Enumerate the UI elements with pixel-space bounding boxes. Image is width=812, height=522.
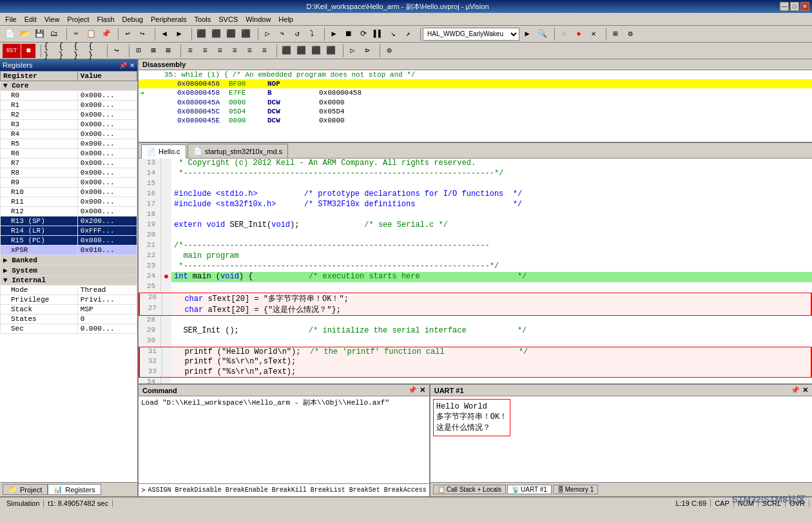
reg-row: R10x000... (1, 101, 137, 110)
menu-peripherals[interactable]: Peripherals (147, 14, 191, 24)
menu-view[interactable]: View (41, 14, 64, 24)
settings-btn[interactable]: ⚙ (623, 27, 637, 41)
func5-btn[interactable]: ↘ (386, 27, 400, 41)
registers-close[interactable]: ✕ (130, 62, 135, 69)
bp-btn[interactable]: ⬛ (194, 27, 208, 41)
func4-btn[interactable]: ▌▌ (371, 27, 385, 41)
t3[interactable]: { } (73, 44, 87, 58)
debug2-btn[interactable]: ↷ (275, 27, 289, 41)
menu-file[interactable]: File (1, 14, 21, 24)
tab-memory1[interactable]: 🗄 Memory 1 (553, 485, 598, 494)
line-content: *---------------------------------------… (171, 262, 812, 272)
stop2-btn[interactable]: ■ (21, 44, 35, 58)
save-btn[interactable]: 💾 (32, 27, 46, 41)
func3-btn[interactable]: ⟳ (356, 27, 371, 41)
cut-btn[interactable]: ✂ (69, 27, 83, 41)
t6[interactable]: ⊡ (131, 44, 146, 58)
pin-icon[interactable]: 📌 (119, 62, 127, 69)
tab-registers[interactable]: 📊 Registers (48, 484, 101, 495)
menu-debug[interactable]: Debug (119, 14, 147, 24)
t7[interactable]: ⊠ (146, 44, 160, 58)
save-all-btn[interactable]: 🗂 (47, 27, 61, 41)
close-button[interactable]: ✕ (800, 2, 809, 11)
reg-core-group[interactable]: ▼ Core (1, 81, 137, 91)
combo-go-btn[interactable]: ▶ (520, 27, 534, 41)
command-input-area[interactable]: > ASSIGN BreakDisable BreakEnable BreakK… (139, 483, 429, 496)
watermark: STM32/STM8社区 (732, 494, 806, 506)
t5[interactable]: ↪ (110, 44, 124, 58)
cmd-pin[interactable]: 📌 (408, 386, 417, 394)
menu-help[interactable]: Help (275, 14, 297, 24)
view-btn[interactable]: ⊞ (608, 27, 623, 41)
redo-btn[interactable]: ↪ (135, 27, 150, 41)
t21[interactable]: ⚙ (382, 44, 396, 58)
sep3 (151, 28, 155, 41)
maximize-button[interactable]: □ (790, 2, 799, 11)
t2[interactable]: { } (58, 44, 72, 58)
reg-banked-group[interactable]: ▶ Banked (1, 255, 137, 266)
stop-btn[interactable]: ● (572, 27, 586, 41)
reset-btn[interactable]: ✕ (586, 27, 601, 41)
reg-internal-group[interactable]: ▼ Internal (1, 276, 137, 285)
undo-btn[interactable]: ↩ (121, 27, 135, 41)
reg-system-group[interactable]: ▶ System (1, 266, 137, 276)
menu-edit[interactable]: Edit (21, 14, 41, 24)
menu-svcs[interactable]: SVCS (215, 14, 242, 24)
t9[interactable]: ≡ (183, 44, 197, 58)
debug4-btn[interactable]: ⤵ (305, 27, 319, 41)
line-number: 18 (139, 210, 161, 220)
t15[interactable]: ⬛ (279, 44, 293, 58)
run-btn[interactable]: ○ (557, 27, 571, 41)
rst-btn[interactable]: RST (3, 44, 21, 58)
menu-window[interactable]: Window (242, 14, 275, 24)
t17[interactable]: ⬛ (309, 44, 323, 58)
t1[interactable]: { } (43, 44, 57, 58)
uart-pin[interactable]: 📌 (791, 386, 800, 394)
time-status: t1: 8.49057482 sec (44, 499, 113, 507)
debug-btn[interactable]: ▷ (260, 27, 275, 41)
t16[interactable]: ⬛ (294, 44, 308, 58)
open-btn[interactable]: 📂 (17, 27, 32, 41)
t4[interactable]: { } (88, 44, 102, 58)
func1-btn[interactable]: ▶ (327, 27, 341, 41)
t18[interactable]: ⬛ (324, 44, 338, 58)
minimize-button[interactable]: — (780, 2, 789, 11)
uart-close[interactable]: ✕ (802, 386, 808, 394)
bp3-btn[interactable]: ⬛ (224, 27, 238, 41)
t19[interactable]: ▷ (345, 44, 360, 58)
editor-tab-startup_stm32f10x_md.s[interactable]: 📄startup_stm32f10x_md.s (188, 144, 288, 158)
breakpoint-dot[interactable]: ● (164, 271, 169, 282)
func2-btn[interactable]: ⏹ (342, 27, 356, 41)
tab-call-stack[interactable]: 📋 Call Stack + Locals (433, 485, 506, 494)
t20[interactable]: ⊳ (360, 44, 374, 58)
tab-project[interactable]: 📁 Project (3, 484, 48, 495)
file-icon: 📄 (193, 147, 202, 155)
search-btn[interactable]: 🔍 (535, 27, 549, 41)
bp4-btn[interactable]: ⬛ (238, 27, 253, 41)
menu-project[interactable]: Project (63, 14, 93, 24)
func6-btn[interactable]: ↗ (401, 27, 415, 41)
editor-content[interactable]: 13 * Copyright (c) 2012 Keil - An ARM Co… (139, 159, 812, 383)
t11[interactable]: ≡ (213, 44, 227, 58)
line-number: 20 (139, 231, 161, 241)
menu-tools[interactable]: Tools (191, 14, 215, 24)
function-combo[interactable]: HAL_WWDG_EarlyWakeu (423, 28, 519, 41)
copy-btn[interactable]: 📋 (84, 27, 98, 41)
new-btn[interactable]: 📄 (3, 27, 17, 41)
t14[interactable]: ≡ (257, 44, 271, 58)
line-content: SER_Init (); /* initialize the serial in… (171, 326, 812, 336)
paste-btn[interactable]: 📌 (99, 27, 113, 41)
t13[interactable]: ≡ (242, 44, 256, 58)
cmd-close[interactable]: ✕ (420, 386, 425, 394)
editor-tab-hello.c[interactable]: 📄Hello.c (141, 144, 186, 159)
tab-uart1[interactable]: 📡 UART #1 (507, 485, 552, 494)
t8[interactable]: ⊞ (161, 44, 175, 58)
t12[interactable]: ≡ (227, 44, 242, 58)
debug3-btn[interactable]: ↺ (290, 27, 304, 41)
menu-flash[interactable]: Flash (93, 14, 119, 24)
back-btn[interactable]: ◀ (157, 27, 171, 41)
t10[interactable]: ≡ (198, 44, 212, 58)
fwd-btn[interactable]: ▶ (172, 27, 186, 41)
bp2-btn[interactable]: ⬛ (209, 27, 223, 41)
line-content: /*--------------------------------------… (171, 241, 812, 251)
